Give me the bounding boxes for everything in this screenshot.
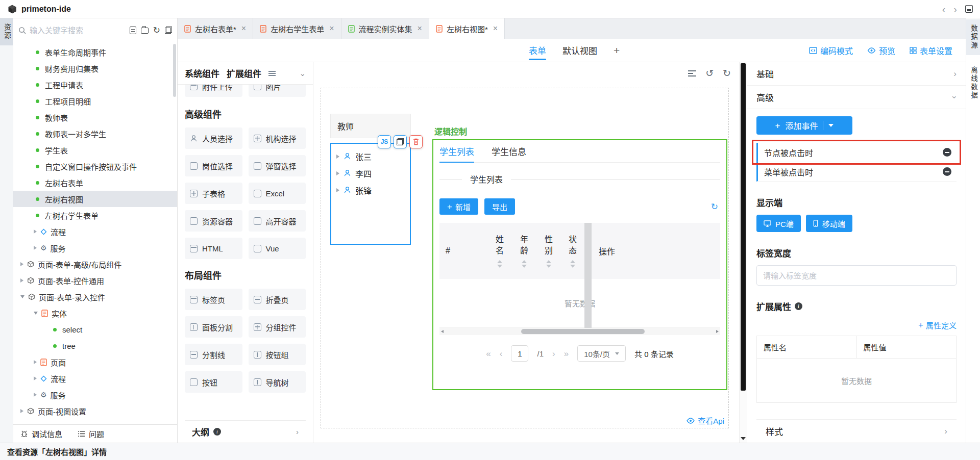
section-style[interactable]: 样式 ›: [756, 419, 957, 443]
tree-item[interactable]: 页面-表单-高级/布局组件: [13, 256, 177, 272]
form-settings-button[interactable]: 表单设置: [910, 44, 952, 57]
tree-item[interactable]: 页面-表单-控件通用: [13, 272, 177, 289]
caret-right-icon[interactable]: [34, 229, 37, 234]
next-page-icon[interactable]: ›: [552, 349, 555, 358]
section-basic[interactable]: 基础 ›: [747, 62, 966, 86]
palette-item[interactable]: 子表格: [185, 183, 242, 204]
current-page[interactable]: 1: [511, 345, 528, 362]
tree-item[interactable]: 教师表一对多学生: [13, 125, 177, 142]
tree-item[interactable]: 工程申请表: [13, 76, 177, 93]
event-item-node-clicked[interactable]: 节点被点击时: [756, 143, 957, 162]
caret-right-icon[interactable]: [336, 188, 339, 192]
caret-right-icon[interactable]: [34, 360, 37, 364]
palette-item[interactable]: Vue: [249, 238, 306, 259]
caret-right-icon[interactable]: [20, 409, 23, 413]
tree-node[interactable]: 张三: [331, 148, 410, 165]
remove-event-icon[interactable]: [943, 148, 951, 157]
rail-tab-resources[interactable]: 资源: [0, 18, 13, 45]
js-script-button[interactable]: JS: [378, 135, 391, 148]
view-api-link[interactable]: 查看Api: [687, 415, 724, 426]
tree-item[interactable]: 左树右表单: [13, 174, 177, 191]
explorer-scrollbar[interactable]: [173, 44, 176, 97]
caret-right-icon[interactable]: [34, 393, 37, 397]
tree-node[interactable]: 李四: [331, 165, 410, 182]
caret-right-icon[interactable]: [34, 246, 37, 250]
student-grid-widget[interactable]: 学生列表 学生信息 学生列表 +新增 导出 ↻: [432, 139, 727, 390]
tab-student-info[interactable]: 学生信息: [492, 140, 526, 162]
collapse-panels-icon[interactable]: [165, 27, 172, 34]
save-layout-icon[interactable]: [965, 5, 973, 13]
caret-right-icon[interactable]: [336, 171, 339, 175]
remove-event-icon[interactable]: [943, 167, 951, 176]
tree-item-selected[interactable]: 左树右视图: [13, 191, 177, 207]
tree-item[interactable]: 财务费用归集表: [13, 60, 177, 76]
code-mode-button[interactable]: 编码模式: [809, 44, 853, 57]
column-status[interactable]: 状态: [561, 223, 584, 279]
tab-form[interactable]: 表单: [529, 39, 546, 62]
column-gender[interactable]: 性别: [536, 223, 561, 279]
scroll-left-icon[interactable]: [441, 330, 444, 333]
outline-panel-header[interactable]: 大纲 ›: [185, 420, 306, 443]
define-property-link[interactable]: + 属性定义: [918, 320, 957, 330]
search-input[interactable]: [30, 26, 126, 35]
fixed-column-scrollbar[interactable]: [584, 223, 592, 328]
last-page-icon[interactable]: »: [564, 349, 569, 358]
caret-right-icon[interactable]: [336, 155, 339, 159]
canvas-scrollbar[interactable]: [739, 62, 747, 443]
form-root-container[interactable]: 教师 张三 李四 张锋 JS: [321, 88, 729, 428]
teacher-tree-selected[interactable]: 张三 李四 张锋: [330, 143, 411, 245]
close-icon[interactable]: ×: [329, 24, 334, 33]
scrollbar-thumb[interactable]: [741, 63, 746, 391]
scroll-down-icon[interactable]: [741, 437, 746, 440]
palette-tab-extend[interactable]: 扩展组件: [227, 67, 261, 80]
format-icon[interactable]: [688, 70, 696, 76]
tree-item[interactable]: ⚙服务: [13, 387, 177, 403]
palette-item[interactable]: 按钮组: [249, 344, 306, 365]
palette-item[interactable]: 高开容器: [249, 210, 306, 232]
tree-item[interactable]: 页面-表单-录入控件: [13, 289, 177, 305]
caret-right-icon[interactable]: [20, 262, 23, 266]
palette-item[interactable]: 分割线: [185, 344, 242, 365]
tree-item[interactable]: 实体: [13, 305, 177, 321]
column-name[interactable]: 姓名: [487, 223, 512, 279]
tree-item[interactable]: 页面-视图设置: [13, 403, 177, 419]
palette-item[interactable]: Excel: [249, 183, 306, 204]
pc-target-button[interactable]: PC端: [756, 215, 801, 232]
mobile-target-button[interactable]: 移动端: [806, 215, 852, 232]
tree-item[interactable]: 表单生命周期事件: [13, 44, 177, 60]
palette-item[interactable]: 弹窗选择: [249, 155, 306, 176]
tree-node[interactable]: 张锋: [331, 182, 410, 198]
tree-item[interactable]: ⚙服务: [13, 240, 177, 256]
rail-tab-offline-data[interactable]: 离线数据: [966, 60, 980, 106]
caret-right-icon[interactable]: [34, 376, 37, 380]
column-age[interactable]: 年龄: [512, 223, 536, 279]
palette-item[interactable]: HTML: [185, 238, 242, 259]
palette-item[interactable]: 附件上传: [185, 85, 242, 97]
palette-item[interactable]: 折叠页: [249, 289, 306, 310]
palette-item[interactable]: 岗位选择: [185, 155, 242, 176]
nav-forward-icon[interactable]: ›: [953, 4, 957, 14]
doc-tab[interactable]: 左树右表单* ×: [178, 18, 253, 39]
close-icon[interactable]: ×: [418, 24, 422, 33]
refresh-grid-icon[interactable]: ↻: [711, 201, 718, 212]
doc-tab[interactable]: 流程实例实体集 ×: [341, 18, 429, 39]
sort-icon[interactable]: [546, 260, 551, 268]
rail-tab-datasource[interactable]: 数据源: [966, 19, 980, 55]
caret-right-icon[interactable]: [20, 278, 23, 283]
chevron-down-icon[interactable]: ⌄: [299, 69, 306, 78]
tree-item[interactable]: tree: [13, 338, 177, 354]
sort-icon[interactable]: [570, 260, 575, 268]
palette-item[interactable]: 标签页: [185, 289, 242, 310]
add-row-button[interactable]: +新增: [439, 198, 478, 215]
first-page-icon[interactable]: «: [486, 349, 491, 358]
event-item-menu-clicked[interactable]: 菜单被点击时: [756, 162, 957, 182]
export-button[interactable]: 导出: [484, 198, 515, 215]
tree-item[interactable]: select: [13, 321, 177, 338]
palette-item[interactable]: 面板分割: [185, 316, 242, 338]
close-icon[interactable]: ×: [493, 24, 498, 33]
chevron-right-icon[interactable]: ›: [296, 427, 299, 436]
palette-item[interactable]: 人员选择: [185, 127, 242, 149]
caret-down-icon[interactable]: [20, 295, 24, 298]
palette-tab-system[interactable]: 系统组件: [185, 67, 219, 80]
redo-icon[interactable]: ↻: [723, 68, 731, 78]
